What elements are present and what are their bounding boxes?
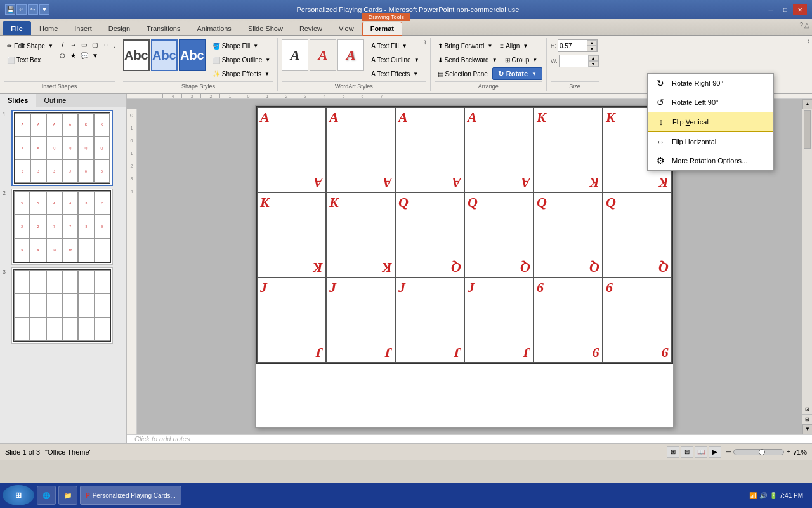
normal-view-button[interactable]: ⊞ [667,446,679,458]
shape-outline-button[interactable]: ⬜ Shape Outline ▼ [209,53,273,66]
card-cell-1-4[interactable]: A A [464,107,534,192]
triangle-shape[interactable]: △ [112,39,115,50]
help-icon[interactable]: ? [799,22,803,29]
maximize-button[interactable]: □ [778,4,792,15]
slide-3-thumb[interactable]: 3 [3,267,124,344]
shape-style-1[interactable]: Abc [123,39,150,71]
tab-review[interactable]: Review [291,21,331,35]
save-icon[interactable]: 💾 [5,4,15,15]
start-button[interactable]: ⊞ [3,485,34,505]
scroll-expand2-icon[interactable]: ⊟ [802,414,812,424]
pentagon-shape[interactable]: ⬠ [58,50,68,60]
scroll-thumb[interactable] [804,110,811,149]
tab-file[interactable]: File [3,21,31,35]
width-input[interactable] [560,55,588,67]
card-cell-2-6[interactable]: Q Q [603,192,672,277]
slide-2-preview[interactable]: 5 5 4 4 3 3 2 2 7 7 8 8 9 [11,189,113,265]
card-cell-3-4[interactable]: J J [464,277,534,363]
tab-view[interactable]: View [331,21,362,35]
close-button[interactable]: ✕ [793,4,807,15]
text-effects-button[interactable]: A Text Effects ▼ [368,67,422,80]
shape-style-2[interactable]: Abc [151,39,178,71]
tab-home[interactable]: Home [31,21,66,35]
text-outline-button[interactable]: A Text Outline ▼ [368,53,422,66]
card-cell-2-1[interactable]: K K [257,192,326,277]
collapse-ribbon-icon[interactable]: △ [804,22,809,29]
shape-styles-expand[interactable]: ⌇ [807,38,809,44]
slide-sorter-button[interactable]: ⊟ [681,446,693,458]
explorer-taskbar-button[interactable]: 📁 [58,486,77,505]
zoom-thumb[interactable] [759,449,765,455]
edit-shape-button[interactable]: ✏ Edit Shape ▼ [4,39,56,52]
more-shapes[interactable]: ▼ [90,50,100,60]
card-cell-3-1[interactable]: J J [257,277,326,363]
line-shape[interactable]: / [58,39,68,50]
more-rotation-item[interactable]: ⚙ More Rotation Options... [648,151,773,170]
wordart-expand[interactable]: ⌇ [424,39,426,46]
oval-shape[interactable]: ○ [101,39,111,50]
card-cell-2-3[interactable]: Q Q [395,192,464,277]
card-cell-1-1[interactable]: A A [257,107,326,192]
card-cell-3-2[interactable]: J J [326,277,395,363]
zoom-slider[interactable] [733,449,784,455]
align-button[interactable]: ≡ Align ▼ [497,39,531,52]
rotate-button[interactable]: ↻ Rotate ▼ [492,67,542,80]
scroll-expand-icon[interactable]: ⊡ [802,404,812,414]
slide-show-button[interactable]: ▶ [709,446,721,458]
undo-icon[interactable]: ↩ [16,4,27,15]
card-cell-3-6[interactable]: 6 9 [603,277,672,363]
customize-icon[interactable]: ▼ [39,4,49,15]
outline-tab[interactable]: Outline [36,94,74,107]
width-spinner[interactable]: ▲ ▼ [588,55,598,67]
card-cell-1-2[interactable]: A A [326,107,395,192]
tab-format[interactable]: Format [362,22,402,36]
star-shape[interactable]: ★ [69,50,79,60]
slide[interactable]: A A A A A A A A [255,105,674,428]
show-desktop-button[interactable] [806,486,809,505]
slide-1-thumb[interactable]: 1 A A A A K K K K Q Q [3,110,124,186]
quick-access-toolbar[interactable]: 💾 ↩ ↪ ▼ [5,4,49,15]
card-cell-2-2[interactable]: K K [326,192,395,277]
flip-horizontal-item[interactable]: ↔ Flip Horizontal [648,132,773,151]
callout-shape[interactable]: 💬 [79,50,89,60]
notes-placeholder[interactable]: Click to add notes [134,435,190,443]
height-spinner[interactable]: ▲ ▼ [587,40,597,51]
card-cell-3-3[interactable]: J J [395,277,464,363]
card-cell-2-4[interactable]: Q Q [464,192,534,277]
slide-3-preview[interactable] [11,267,113,344]
tab-slideshow[interactable]: Slide Show [240,21,291,35]
wordart-gradient[interactable]: A [310,39,336,71]
tab-transitions[interactable]: Transitions [138,21,188,35]
selection-pane-button[interactable]: ▤ Selection Pane [435,67,491,80]
slide-1-preview[interactable]: A A A A K K K K Q Q Q Q J [11,110,113,186]
zoom-in-button[interactable]: + [787,448,790,455]
minimize-button[interactable]: ─ [764,4,778,15]
wordart-plain[interactable]: A [282,39,308,71]
card-cell-1-3[interactable]: A A [395,107,464,192]
zoom-out-button[interactable]: ─ [726,448,731,455]
width-down[interactable]: ▼ [588,61,598,67]
rotate-right-90-item[interactable]: ↻ Rotate Right 90° [648,74,773,93]
vertical-scrollbar[interactable]: ▲ ⊡ ⊟ ▼ [802,99,812,434]
scroll-down-arrow[interactable]: ▼ [802,424,812,434]
redo-icon[interactable]: ↪ [28,4,38,15]
tab-animations[interactable]: Animations [188,21,239,35]
slide-2-thumb[interactable]: 2 5 5 4 4 3 3 2 2 7 7 [3,189,124,265]
height-down[interactable]: ▼ [587,46,597,51]
slides-list[interactable]: 1 A A A A K K K K Q Q [0,107,126,443]
ie-taskbar-button[interactable]: 🌐 [37,486,56,505]
reading-view-button[interactable]: 📖 [695,446,707,458]
rounded-rect-shape[interactable]: ▢ [90,39,100,50]
text-box-button[interactable]: ⬜ Text Box [4,53,56,66]
slides-tab[interactable]: Slides [0,94,36,107]
height-input[interactable] [558,40,587,51]
card-cell-3-5[interactable]: 6 9 [534,277,603,363]
arrow-shape[interactable]: → [69,39,79,50]
rotate-left-90-item[interactable]: ↺ Rotate Left 90° [648,93,773,112]
powerpoint-taskbar-button[interactable]: P Personalized Playing Cards... [80,486,181,505]
scroll-up-arrow[interactable]: ▲ [802,99,812,109]
shape-style-3[interactable]: Abc [179,39,206,71]
width-up[interactable]: ▲ [588,55,598,61]
height-up[interactable]: ▲ [587,40,597,46]
wordart-outline[interactable]: A [337,39,364,71]
